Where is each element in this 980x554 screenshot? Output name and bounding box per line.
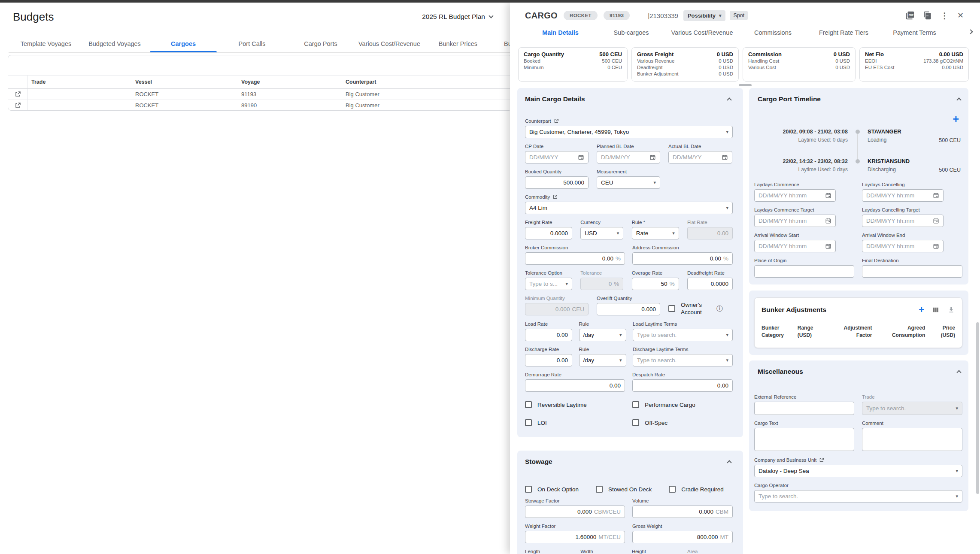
info-icon[interactable]: ⓘ — [716, 305, 723, 313]
status-dropdown[interactable]: Possibility ▾ — [683, 10, 726, 21]
open-in-new-icon[interactable] — [552, 194, 558, 200]
collapse-icon[interactable] — [727, 97, 731, 102]
tab-cargoes[interactable]: Cargoes — [149, 35, 218, 53]
close-icon[interactable]: ✕ — [957, 11, 964, 20]
laydays-cancelling-input[interactable]: DD/MM/YY hh:mm — [862, 189, 944, 202]
gross-weight-input[interactable]: 800.000MT — [632, 531, 733, 543]
drawer-tab-payment-terms[interactable]: Payment Terms — [879, 25, 950, 40]
table-row[interactable]: ROCKET 91193 Big Customer — [8, 89, 512, 100]
laydays-commence-input[interactable]: DD/MM/YY hh:mm — [754, 189, 836, 202]
cargo-operator-select[interactable]: Type to search.▾ — [754, 490, 962, 503]
add-bunker-adjustment-button[interactable]: + — [919, 305, 924, 315]
calendar-icon[interactable] — [933, 192, 939, 199]
owners-account-checkbox[interactable] — [668, 305, 675, 312]
planned-bl-date-input[interactable]: DD/MM/YY — [597, 151, 660, 163]
stowed-on-deck-checkbox[interactable] — [596, 486, 603, 493]
calendar-icon[interactable] — [578, 154, 584, 160]
commodity-select[interactable]: A4 Lim▾ — [525, 202, 733, 214]
stowage-factor-input[interactable]: 0.000CBM/CEU — [525, 506, 625, 518]
load-rule-select[interactable]: /day▾ — [579, 329, 626, 341]
overlift-quantity-input[interactable]: 0.000 — [597, 303, 660, 315]
volume-input[interactable]: 0.000CBM — [632, 506, 733, 518]
open-in-new-icon[interactable] — [554, 118, 559, 124]
copy-icon[interactable] — [923, 11, 932, 20]
deadfreight-rate-input[interactable]: 0.0000 — [687, 278, 733, 290]
calendar-icon[interactable] — [825, 218, 831, 224]
kebab-menu-icon[interactable]: ⋮ — [941, 11, 949, 21]
drawer-tab-sub-cargoes[interactable]: Sub-cargoes — [596, 25, 667, 40]
download-icon[interactable] — [947, 306, 955, 314]
freight-rate-input[interactable]: 0.0000 — [525, 227, 572, 239]
collapse-icon[interactable] — [956, 370, 961, 375]
column-settings-icon[interactable] — [932, 306, 940, 314]
table-row[interactable]: ROCKET 89190 Big Customer — [8, 100, 512, 111]
demurrage-rate-input[interactable]: 0.00 — [525, 379, 625, 392]
calendar-icon[interactable] — [649, 154, 656, 160]
tab-cargo-ports[interactable]: Cargo Ports — [286, 35, 355, 53]
tab-budgeted-voyages[interactable]: Budgeted Voyages — [80, 35, 149, 53]
loi-checkbox[interactable] — [525, 419, 532, 426]
calendar-icon[interactable] — [825, 192, 831, 199]
laydays-cancelling-target-input[interactable]: DD/MM/YY hh:mm — [862, 215, 944, 227]
chevron-right-icon[interactable] — [968, 29, 973, 34]
budget-plan-selector[interactable]: 2025 RL Budget Plan — [422, 13, 493, 21]
panel-resize-handle[interactable] — [739, 84, 752, 86]
calendar-icon[interactable] — [825, 243, 831, 249]
load-rate-input[interactable]: 0.00 — [525, 329, 572, 341]
address-commission-input[interactable]: 0.00% — [632, 252, 733, 265]
performance-cargo-checkbox[interactable] — [632, 401, 639, 408]
scrollbar-thumb[interactable] — [976, 322, 979, 494]
company-business-unit-select[interactable]: Dataloy - Deep Sea▾ — [754, 465, 962, 477]
measurement-select[interactable]: CEU▾ — [597, 176, 660, 189]
despatch-rate-input[interactable]: 0.00 — [632, 379, 733, 392]
add-port-button[interactable]: + — [953, 114, 959, 124]
checkbox-label: On Deck Option — [537, 486, 579, 493]
drawer-tab-commissions[interactable]: Commissions — [737, 25, 808, 40]
tab-port-calls[interactable]: Port Calls — [218, 35, 286, 53]
open-in-new-icon[interactable] — [15, 91, 21, 97]
collapse-icon[interactable] — [956, 97, 961, 102]
collapse-icon[interactable] — [727, 460, 731, 465]
drawer-tab-various-cost-revenue[interactable]: Various Cost/Revenue — [667, 25, 737, 40]
arrival-window-end-input[interactable]: DD/MM/YY hh:mm — [862, 240, 944, 252]
tolerance-option-select[interactable]: Type to s...▾ — [525, 278, 572, 290]
broker-commission-input[interactable]: 0.00% — [525, 252, 625, 265]
open-in-new-icon[interactable] — [819, 457, 824, 463]
rule-select[interactable]: Rate▾ — [632, 227, 679, 239]
calendar-icon[interactable] — [933, 218, 939, 224]
reversible-laytime-checkbox[interactable] — [525, 401, 532, 408]
cp-date-input[interactable]: DD/MM/YY — [525, 151, 589, 163]
timeline-entry[interactable]: 22/02, 14:32 - 23/02, 08:32 Laytime Used… — [754, 158, 962, 173]
timeline-entry[interactable]: 20/02, 09:08 - 21/02, 03:08 Laytime Used… — [754, 128, 962, 143]
on-deck-option-checkbox[interactable] — [525, 486, 532, 493]
tab-various-cost-revenue[interactable]: Various Cost/Revenue — [355, 35, 424, 53]
load-laytime-terms-select[interactable]: Type to search.▾ — [633, 329, 733, 341]
tab-bunker-prices[interactable]: Bunker Prices — [424, 35, 492, 53]
cargo-drawer: CARGO ROCKET 91193 |21303339 Possibility… — [510, 3, 980, 554]
cargo-text-textarea[interactable] — [754, 428, 854, 451]
counterpart-select[interactable]: Big Customer, Charterer, 45999, Tokyo▾ — [525, 126, 733, 138]
discharge-rule-select[interactable]: /day▾ — [579, 354, 626, 366]
discharge-laytime-terms-select[interactable]: Type to search.▾ — [633, 354, 733, 366]
final-destination-input[interactable] — [862, 265, 962, 278]
arrival-window-start-input[interactable]: DD/MM/YY hh:mm — [754, 240, 836, 252]
comment-textarea[interactable] — [862, 428, 962, 451]
external-reference-input[interactable] — [754, 402, 854, 415]
weight-factor-input[interactable]: 1.60000MT/CEU — [525, 531, 625, 543]
open-in-new-icon[interactable] — [15, 102, 21, 109]
place-of-origin-input[interactable] — [754, 265, 854, 278]
cradle-required-checkbox[interactable] — [669, 486, 676, 493]
tab-template-voyages[interactable]: Template Voyages — [12, 35, 80, 53]
drawer-tab-main-details[interactable]: Main Details — [525, 25, 596, 40]
calendar-icon[interactable] — [933, 243, 939, 249]
overage-rate-input[interactable]: 50% — [632, 278, 679, 290]
calendar-icon[interactable] — [722, 154, 728, 160]
discharge-rate-input[interactable]: 0.00 — [525, 354, 572, 366]
pdf-export-icon[interactable]: PDF — [905, 11, 915, 20]
drawer-tab-freight-rate-tiers[interactable]: Freight Rate Tiers — [808, 25, 879, 40]
laydays-commence-target-input[interactable]: DD/MM/YY hh:mm — [754, 215, 836, 227]
booked-quantity-input[interactable]: 500.000 — [525, 176, 589, 189]
off-spec-checkbox[interactable] — [632, 419, 639, 426]
actual-bl-date-input[interactable]: DD/MM/YY — [668, 151, 732, 163]
currency-select[interactable]: USD▾ — [580, 227, 623, 239]
